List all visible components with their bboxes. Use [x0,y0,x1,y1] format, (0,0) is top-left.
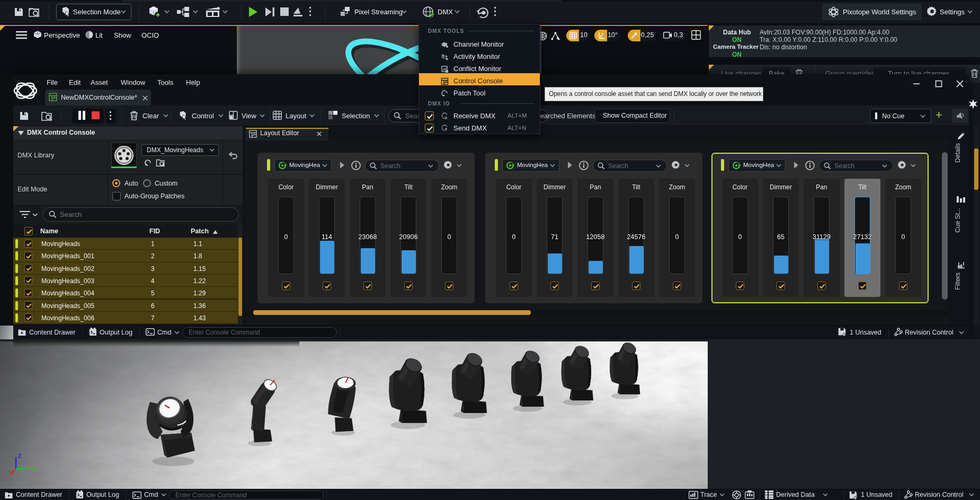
svg-text:X: X [10,470,13,476]
svg-text:Y: Y [32,466,36,472]
svg-text:Z: Z [18,453,22,459]
